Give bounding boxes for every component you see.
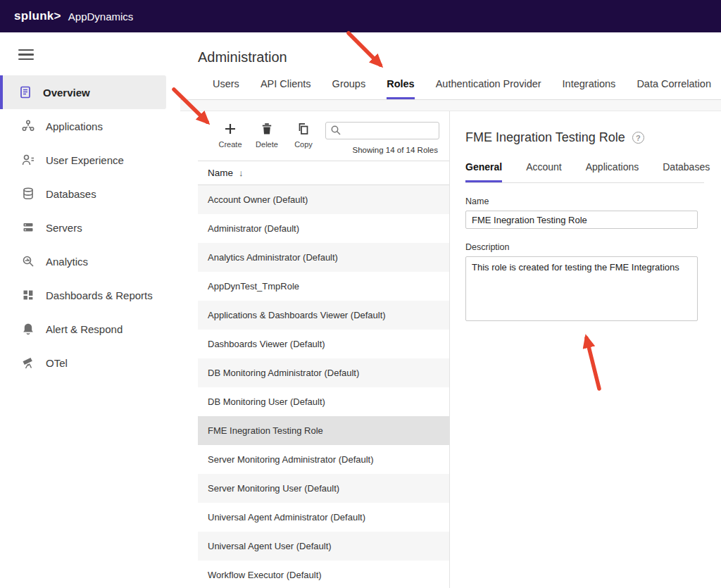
main-area: Administration Users API Clients Groups …	[180, 32, 721, 588]
role-detail-tabs: General Account Applications Databases	[465, 161, 704, 183]
table-row[interactable]: Server Monitoring User (Default)	[198, 474, 449, 503]
name-field-label: Name	[465, 196, 704, 206]
delete-button[interactable]: Delete	[251, 122, 282, 149]
table-row[interactable]: DB Monitoring Administrator (Default)	[198, 358, 449, 387]
create-button[interactable]: Create	[215, 122, 246, 149]
sidebar-item-analytics[interactable]: Analytics	[0, 244, 166, 278]
table-row[interactable]: Server Monitoring Administrator (Default…	[198, 445, 449, 474]
delete-button-label: Delete	[256, 140, 278, 149]
table-row[interactable]: Applications & Dashboards Viewer (Defaul…	[198, 301, 449, 330]
sidebar-item-otel[interactable]: OTel	[0, 346, 166, 380]
roles-list-panel: Create Delete Copy	[198, 111, 450, 588]
trash-icon	[260, 122, 274, 137]
table-row[interactable]: Account Owner (Default)	[198, 185, 449, 214]
roles-search-input[interactable]	[325, 122, 439, 139]
table-row-selected[interactable]: FME Inegration Testing Role	[198, 416, 449, 445]
copy-icon	[296, 122, 311, 137]
tab-data-correlation[interactable]: Data Correlation	[637, 78, 711, 99]
table-row[interactable]: Administrator (Default)	[198, 214, 449, 243]
sidebar-item-user-experience[interactable]: User Experience	[0, 143, 166, 177]
help-icon[interactable]: ?	[632, 132, 644, 144]
description-field-label: Description	[465, 242, 704, 252]
page-title: Administration	[180, 32, 721, 65]
overview-icon	[18, 85, 32, 99]
server-icon	[21, 220, 35, 234]
tab-authentication-provider[interactable]: Authentication Provider	[436, 78, 541, 99]
hamburger-icon[interactable]	[18, 49, 34, 60]
table-row[interactable]: Universal Agent Administrator (Default)	[198, 503, 449, 532]
tab-databases[interactable]: Databases	[663, 161, 710, 182]
sidebar-item-label: User Experience	[46, 154, 124, 166]
table-row[interactable]: Universal Agent User (Default)	[198, 532, 449, 561]
sidebar-item-label: Servers	[46, 222, 82, 234]
tab-users[interactable]: Users	[213, 78, 239, 99]
sidebar-item-label: Dashboards & Reports	[46, 289, 153, 301]
tab-integrations[interactable]: Integrations	[563, 78, 616, 99]
role-detail-title: FME Inegration Testing Role	[465, 130, 625, 145]
sidebar-item-applications[interactable]: Applications	[0, 109, 166, 143]
tab-groups[interactable]: Groups	[332, 78, 366, 99]
sidebar-item-overview[interactable]: Overview	[0, 75, 166, 109]
role-description-textarea[interactable]: This role is created for testing the FME…	[465, 256, 698, 321]
tab-account[interactable]: Account	[526, 161, 562, 182]
splunk-logo: splunk>	[14, 9, 61, 23]
sidebar-item-label: Applications	[46, 120, 103, 132]
plus-icon	[223, 122, 237, 137]
product-name: AppDynamics	[68, 11, 134, 23]
separator-band	[180, 100, 721, 111]
table-row[interactable]: Workflow Executor (Default)	[198, 561, 449, 588]
sidebar: Overview Applications User Experience Da…	[0, 32, 180, 588]
table-row[interactable]: AppDynTest_TmpRole	[198, 272, 449, 301]
table-row[interactable]: Analytics Administrator (Default)	[198, 243, 449, 272]
applications-icon	[21, 119, 35, 133]
role-detail-panel: FME Inegration Testing Role ? General Ac…	[450, 111, 721, 588]
admin-tabs: Users API Clients Groups Roles Authentic…	[180, 65, 721, 100]
sidebar-item-label: Analytics	[46, 256, 88, 268]
role-name-input[interactable]	[465, 211, 698, 229]
sidebar-item-databases[interactable]: Databases	[0, 177, 166, 211]
table-row[interactable]: Dashboards Viewer (Default)	[198, 330, 449, 358]
dashboards-icon	[21, 288, 35, 302]
showing-count: Showing 14 of 14 Roles	[325, 146, 439, 154]
telescope-icon	[21, 356, 35, 370]
table-row[interactable]: DB Monitoring User (Default)	[198, 387, 449, 416]
roles-table-header: Name ↓	[198, 161, 449, 185]
app-window: splunk> AppDynamics Overview Application…	[0, 0, 721, 588]
create-button-label: Create	[218, 140, 242, 149]
name-column-header: Name	[208, 168, 233, 178]
tab-api-clients[interactable]: API Clients	[261, 78, 311, 99]
sidebar-item-label: Overview	[43, 87, 90, 99]
copy-button-label: Copy	[294, 140, 313, 149]
tab-general[interactable]: General	[465, 161, 502, 182]
sidebar-item-label: OTel	[46, 357, 68, 369]
roles-table: Account Owner (Default) Administrator (D…	[198, 185, 449, 588]
sort-desc-icon[interactable]: ↓	[239, 168, 244, 178]
sidebar-item-alert-respond[interactable]: Alert & Respond	[0, 312, 166, 346]
sidebar-item-servers[interactable]: Servers	[0, 211, 166, 244]
analytics-icon	[21, 254, 35, 268]
sidebar-item-label: Alert & Respond	[46, 323, 123, 335]
tab-roles[interactable]: Roles	[387, 78, 415, 99]
roles-toolbar: Create Delete Copy	[198, 111, 449, 161]
user-icon	[21, 153, 35, 167]
sidebar-item-label: Databases	[46, 188, 96, 200]
bell-icon	[21, 322, 35, 336]
database-icon	[21, 187, 35, 201]
sidebar-item-dashboards-reports[interactable]: Dashboards & Reports	[0, 278, 166, 312]
top-bar: splunk> AppDynamics	[0, 0, 721, 32]
copy-button[interactable]: Copy	[288, 122, 319, 149]
tab-applications[interactable]: Applications	[586, 161, 639, 182]
